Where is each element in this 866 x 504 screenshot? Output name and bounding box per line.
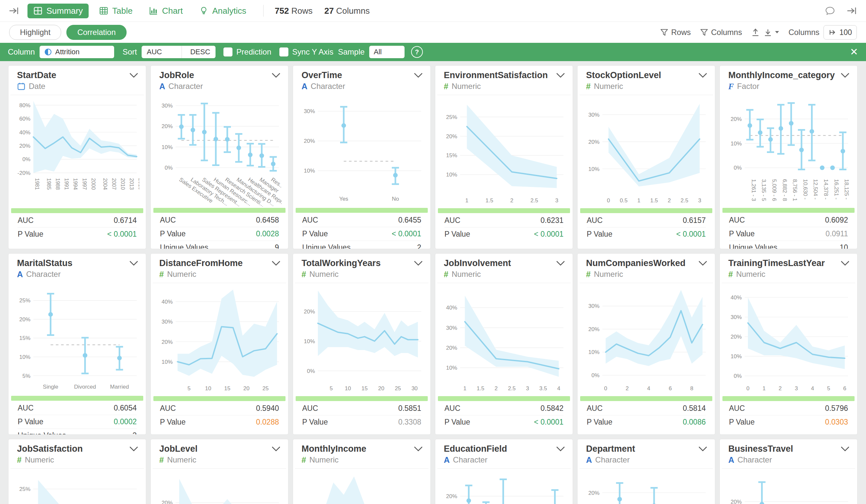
divider [295,468,429,469]
upload-button[interactable] [751,28,760,37]
svg-text:1: 1 [763,385,766,392]
sort-select[interactable]: AUC DESC [142,46,215,58]
svg-text:1,261 - 3: 1,261 - 3 [751,179,757,201]
stat-row: P Value< 0.0001 [444,227,564,241]
card-title: NumCompaniesWorked [586,258,707,268]
column-select[interactable]: Attrition [40,46,114,58]
svg-text:10: 10 [205,385,211,392]
chevron-down-icon[interactable] [841,261,849,267]
collapse-right-icon[interactable] [846,6,857,15]
card-title: MonthlyIncome [301,444,422,454]
svg-text:30%: 30% [731,314,742,320]
svg-text:5: 5 [187,385,190,392]
highlight-label: Highlight [20,28,51,37]
column-card: JobSatisfaction#Numeric25%20%15%10%1234 [8,439,146,504]
tab-table[interactable]: Table [93,3,138,18]
svg-text:8,756 - 1: 8,756 - 1 [792,179,798,201]
collapse-left-icon[interactable] [9,6,20,15]
stats-table: AUC0.6054P Value0.0002Unique Values3 [18,401,137,435]
columns-pagesize-value: 100 [840,28,852,37]
stat-label: P Value [160,229,186,238]
chevron-down-icon[interactable] [414,447,423,453]
card-header: DepartmentACharacter [578,439,715,468]
svg-text:3: 3 [526,385,529,392]
tab-summary[interactable]: Summary [27,3,89,18]
chevron-down-icon[interactable] [272,73,280,79]
stat-row: P Value0.0002 [18,415,137,428]
svg-text:10%: 10% [162,144,173,150]
svg-text:2: 2 [626,385,629,392]
svg-text:20%: 20% [446,345,457,351]
filter-columns-button[interactable]: Columns [700,28,742,37]
svg-text:1981: 1981 [34,178,40,190]
auc-progress-bar [296,208,428,213]
svg-text:6,882 - 8: 6,882 - 8 [781,179,788,201]
svg-text:20%: 20% [446,133,457,139]
chevron-down-icon[interactable] [414,261,423,267]
auc-progress-bar [153,208,286,213]
stat-row: AUC0.5842 [444,402,564,415]
help-icon[interactable]: ? [411,46,423,58]
column-type: #Numeric [586,270,707,283]
chevron-down-icon[interactable] [556,447,565,453]
highlight-button[interactable]: Highlight [9,25,61,40]
stat-value: 0.6231 [541,216,564,225]
card-title: DistanceFromHome [159,258,280,268]
stat-value: < 0.0001 [534,418,564,427]
chevron-down-icon[interactable] [272,447,280,453]
svg-text:40%: 40% [446,305,457,311]
svg-text:4: 4 [811,385,814,392]
prediction-checkbox[interactable] [223,47,233,57]
svg-text:10%: 10% [731,141,742,147]
sample-select[interactable]: All [369,46,404,58]
svg-text:10%: 10% [731,353,742,359]
stat-label: Unique Values [18,431,66,435]
chevron-down-icon[interactable] [841,447,849,453]
auc-progress-bar [580,396,712,401]
chevron-down-icon[interactable] [841,73,849,79]
svg-text:3: 3 [555,198,558,204]
chevron-down-icon[interactable] [130,73,138,79]
chevron-down-icon[interactable] [556,261,565,267]
tab-chart[interactable]: Chart [143,3,189,18]
column-card: DistanceFromHome#Numeric40%30%20%10%5101… [151,253,288,435]
distribution-chart: 20%15%10%SalesHuman ResourcesResearch & … [584,469,708,504]
columns-pagesize-box[interactable]: 100 [823,25,857,40]
sync-y-axis-checkbox[interactable] [279,47,288,57]
chevron-down-icon [775,31,779,34]
svg-text:0: 0 [607,198,610,204]
svg-text:5: 5 [827,385,830,392]
svg-text:0%: 0% [22,156,31,163]
chevron-down-icon[interactable] [699,447,707,453]
chevron-down-icon[interactable] [272,261,280,267]
close-icon[interactable]: ✕ [850,47,858,57]
download-button[interactable] [764,28,779,37]
column-type: Date [17,82,137,95]
chevron-down-icon[interactable] [414,73,423,79]
column-card: OverTimeACharacter30%20%10%YesNoAUC0.645… [293,65,431,249]
chevron-down-icon[interactable] [556,73,565,79]
stat-row: P Value< 0.0001 [444,415,564,429]
chevron-down-icon[interactable] [699,73,707,79]
stat-label: P Value [729,418,754,427]
filter-rows-button[interactable]: Rows [660,28,691,37]
tab-analytics[interactable]: Analytics [193,3,252,18]
chevron-down-icon[interactable] [130,261,138,267]
chevron-down-icon[interactable] [699,261,707,267]
column-select-value: Attrition [55,48,80,56]
sort-direction-value[interactable]: DESC [185,46,215,58]
stat-row: Unique Values10 [729,240,848,249]
distribution-chart: 40%30%20%10%510152025 [157,284,281,395]
column-type-label: Numeric [309,455,338,464]
svg-text:Divorced: Divorced [74,384,96,390]
sample-select-value: All [374,48,382,56]
column-type-label: Character [26,270,60,279]
tab-summary-label: Summary [46,6,83,16]
comment-icon[interactable] [825,6,835,16]
chevron-down-icon[interactable] [130,447,138,453]
stat-value: 0.5796 [825,404,848,413]
svg-text:15: 15 [362,385,368,392]
column-type: #Numeric [586,82,707,95]
correlation-button[interactable]: Correlation [66,25,126,40]
auc-progress-bar [438,208,570,213]
